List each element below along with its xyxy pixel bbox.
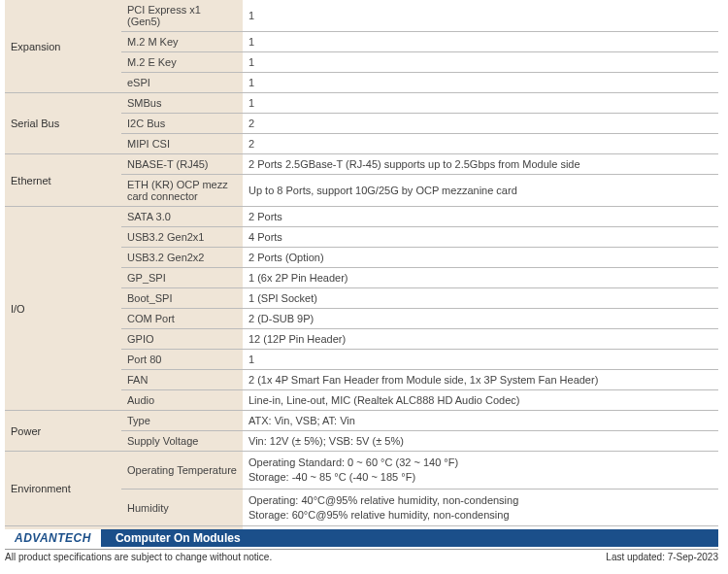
table-row: I/OSATA 3.02 Ports xyxy=(5,207,718,227)
footer-line: All product specifications are subject t… xyxy=(5,549,718,562)
category-cell: I/O xyxy=(5,207,121,411)
value-cell: 2 xyxy=(243,134,718,154)
footer-section: Computer On Modules xyxy=(116,531,241,545)
value-cell: ATX: Vin, VSB; AT: Vin xyxy=(243,411,718,431)
category-cell: Expansion xyxy=(5,0,121,93)
label-cell: I2C Bus xyxy=(121,114,243,134)
last-updated-text: Last updated: 7-Sep-2023 xyxy=(606,552,718,562)
value-cell: 1 xyxy=(243,93,718,114)
label-cell: M.2 M Key xyxy=(121,32,243,52)
value-cell: 1 xyxy=(243,73,718,93)
label-cell: USB3.2 Gen2x1 xyxy=(121,227,243,248)
value-cell: 1 xyxy=(243,350,718,370)
brand-logo: ADVANTECH xyxy=(5,529,101,547)
footer-bar: ADVANTECH Computer On Modules xyxy=(5,529,718,547)
category-cell: Ethernet xyxy=(5,154,121,207)
value-cell: 2 Ports 2.5GBase-T (RJ-45) supports up t… xyxy=(243,154,718,175)
value-cell: 1 xyxy=(243,0,718,32)
value-cell: 2 (1x 4P Smart Fan Header from Module si… xyxy=(243,370,718,390)
table-row: EthernetNBASE-T (RJ45)2 Ports 2.5GBase-T… xyxy=(5,154,718,175)
label-cell: eSPI xyxy=(121,73,243,93)
label-cell: GPIO xyxy=(121,329,243,350)
label-cell: NBASE-T (RJ45) xyxy=(121,154,243,175)
label-cell: MIPI CSI xyxy=(121,134,243,154)
value-cell: 1 xyxy=(243,32,718,52)
label-cell: Audio xyxy=(121,390,243,411)
label-cell: M.2 E Key xyxy=(121,52,243,73)
value-cell: 12 (12P Pin Header) xyxy=(243,329,718,350)
label-cell: SMBus xyxy=(121,93,243,114)
value-cell: 2 Ports (Option) xyxy=(243,248,718,268)
category-cell: Environment xyxy=(5,452,121,526)
label-cell: Humidity xyxy=(121,489,243,526)
table-row: Serial BusSMBus1 xyxy=(5,93,718,114)
label-cell: ETH (KR) OCP mezz card connector xyxy=(121,175,243,207)
label-cell: USB3.2 Gen2x2 xyxy=(121,248,243,268)
label-cell: Port 80 xyxy=(121,350,243,370)
value-cell: Operating: 40°C@95% relative humidity, n… xyxy=(243,489,718,526)
label-cell: GP_SPI xyxy=(121,268,243,288)
label-cell: SATA 3.0 xyxy=(121,207,243,227)
table-row: ExpansionPCI Express x1 (Gen5)1 xyxy=(5,0,718,32)
value-cell: Up to 8 Ports, support 10G/25G by OCP me… xyxy=(243,175,718,207)
value-cell: 1 xyxy=(243,52,718,73)
spec-table: ExpansionPCI Express x1 (Gen5)1M.2 M Key… xyxy=(5,0,718,547)
value-cell: Vin: 12V (± 5%); VSB: 5V (± 5%) xyxy=(243,431,718,452)
value-cell: 2 Ports xyxy=(243,207,718,227)
value-cell: 2 xyxy=(243,114,718,134)
value-cell: Operating Standard: 0 ~ 60 °C (32 ~ 140 … xyxy=(243,452,718,490)
value-cell: Line-in, Line-out, MIC (Realtek ALC888 H… xyxy=(243,390,718,411)
category-cell: Serial Bus xyxy=(5,93,121,154)
disclaimer-text: All product specifications are subject t… xyxy=(5,552,272,562)
label-cell: Type xyxy=(121,411,243,431)
category-cell: Power xyxy=(5,411,121,452)
label-cell: Boot_SPI xyxy=(121,288,243,309)
label-cell: FAN xyxy=(121,370,243,390)
label-cell: COM Port xyxy=(121,309,243,329)
table-row: EnvironmentOperating TemperatureOperatin… xyxy=(5,452,718,490)
value-cell: 4 Ports xyxy=(243,227,718,248)
value-cell: 1 (6x 2P Pin Header) xyxy=(243,268,718,288)
table-row: PowerTypeATX: Vin, VSB; AT: Vin xyxy=(5,411,718,431)
value-cell: 2 (D-SUB 9P) xyxy=(243,309,718,329)
label-cell: Supply Voltage xyxy=(121,431,243,452)
value-cell: 1 (SPI Socket) xyxy=(243,288,718,309)
label-cell: PCI Express x1 (Gen5) xyxy=(121,0,243,32)
label-cell: Operating Temperature xyxy=(121,452,243,490)
